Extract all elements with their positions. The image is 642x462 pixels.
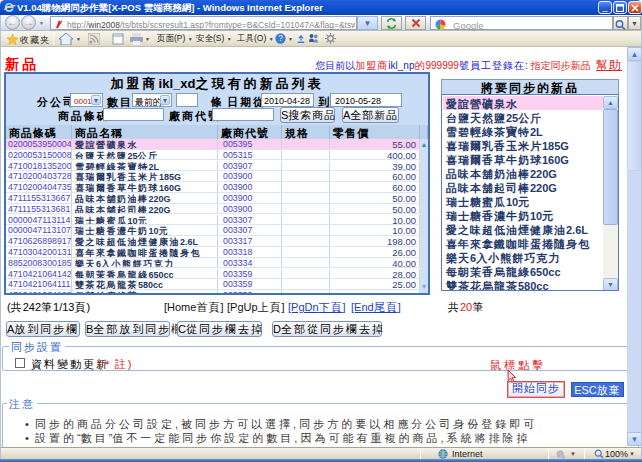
svg-text:?: ?: [278, 34, 283, 43]
